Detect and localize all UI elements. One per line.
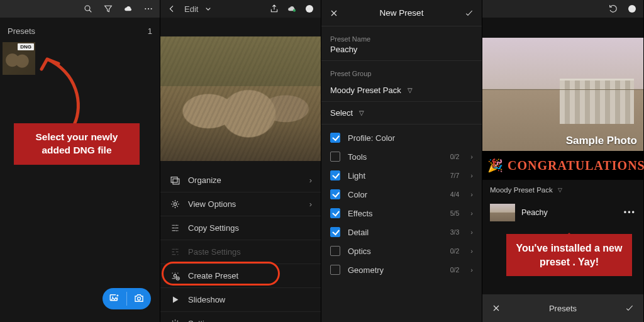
preset-option-geometry[interactable]: Geometry0/2›: [321, 260, 482, 279]
svg-point-0: [85, 6, 90, 11]
chevron-down-icon[interactable]: [203, 4, 213, 14]
menu-item-slideshow[interactable]: Slideshow: [160, 288, 321, 312]
dng-badge: DNG: [18, 43, 34, 50]
checkbox[interactable]: [330, 152, 340, 162]
share-icon[interactable]: [269, 4, 279, 14]
cloud-icon[interactable]: [123, 4, 133, 14]
menu-item-copy-settings[interactable]: Copy Settings: [160, 216, 321, 240]
chevron-right-icon: ›: [470, 153, 473, 160]
svg-point-8: [138, 297, 141, 300]
preset-option-color[interactable]: Color4/4›: [321, 185, 482, 204]
svg-point-3: [148, 8, 149, 9]
preset-option-effects[interactable]: Effects5/5›: [321, 204, 482, 223]
menu-item-view-options[interactable]: View Options›: [160, 192, 321, 216]
svg-point-13: [311, 8, 312, 9]
checkbox[interactable]: [330, 265, 340, 275]
preset-option-profile-color[interactable]: Profile: Color: [321, 128, 482, 147]
menu-item-organize[interactable]: Organize›: [160, 169, 321, 192]
menu-item-create-preset[interactable]: Create Preset: [160, 264, 321, 288]
option-count: 0/2: [450, 153, 460, 160]
preset-item[interactable]: Peachy •••: [482, 200, 643, 225]
filter-icon[interactable]: [103, 4, 113, 14]
preset-thumbnail: [490, 204, 515, 221]
preset-option-detail[interactable]: Detail3/3›: [321, 223, 482, 242]
panel-new-preset: New Preset Preset Name Peachy Preset Gro…: [321, 0, 482, 322]
congrats-text: CONGRATULATIONS: [508, 158, 644, 173]
chevron-right-icon: ›: [470, 209, 473, 217]
checkbox[interactable]: [330, 133, 340, 143]
preset-group-dropdown[interactable]: Moody Preset Pack ▽: [321, 79, 482, 102]
more-icon[interactable]: [143, 4, 153, 14]
panel-library: Presets 1 DNG Select your newly added DN…: [0, 0, 160, 322]
svg-point-9: [293, 9, 296, 12]
select-all-dropdown[interactable]: Select ▽: [321, 102, 482, 125]
option-count: 4/4: [450, 191, 460, 198]
menu-item-paste-settings: Paste Settings: [160, 240, 321, 264]
preset-group-value: Moody Preset Pack: [490, 186, 553, 194]
close-icon[interactable]: [329, 8, 339, 18]
footer-title: Presets: [501, 304, 625, 313]
svg-rect-15: [172, 179, 179, 184]
option-label: Effects: [348, 209, 443, 218]
more-icon[interactable]: [304, 4, 314, 14]
svg-point-4: [151, 8, 152, 9]
svg-point-18: [175, 225, 177, 226]
chevron-right-icon: ›: [470, 266, 473, 274]
callout-select-dng: Select your newly added DNG file: [14, 123, 140, 165]
preset-group-selector[interactable]: Moody Preset Pack ▽: [482, 180, 643, 200]
more-icon[interactable]: [627, 4, 637, 14]
chevron-right-icon: ›: [470, 172, 473, 179]
preset-options-list: Profile: ColorTools0/2›Light7/7›Color4/4…: [321, 125, 482, 283]
preset-name-field[interactable]: Peachy: [321, 45, 482, 61]
preset-group-value: Moody Preset Pack: [330, 86, 401, 95]
checkbox[interactable]: [330, 227, 340, 237]
preset-option-light[interactable]: Light7/7›: [321, 166, 482, 185]
cloud-sync-icon[interactable]: [287, 4, 297, 14]
svg-point-28: [631, 8, 633, 9]
menu-item-label: Slideshow: [188, 295, 225, 304]
svg-point-20: [175, 230, 177, 231]
option-label: Light: [348, 171, 443, 180]
checkbox[interactable]: [330, 170, 340, 180]
preset-option-tools[interactable]: Tools0/2›: [321, 147, 482, 166]
photo-thumbnail[interactable]: DNG: [3, 42, 35, 75]
back-icon[interactable]: [167, 4, 177, 14]
library-toolbar: [0, 0, 160, 18]
overflow-menu: Organize›View Options›Copy SettingsPaste…: [160, 169, 321, 322]
collection-header[interactable]: Presets 1: [0, 18, 160, 42]
confirm-icon[interactable]: [464, 8, 474, 18]
option-count: 7/7: [450, 172, 460, 179]
menu-item-label: Create Preset: [188, 271, 238, 280]
preset-item-more-icon[interactable]: •••: [624, 208, 636, 217]
menu-item-icon: [169, 294, 180, 305]
preset-group-label: Preset Group: [321, 61, 482, 79]
confirm-icon[interactable]: [625, 303, 635, 313]
chevron-right-icon: ›: [309, 175, 312, 185]
menu-item-settings[interactable]: Settings: [160, 312, 321, 322]
new-preset-header: New Preset: [321, 0, 482, 26]
close-icon[interactable]: [491, 303, 501, 313]
add-photo-fab[interactable]: [103, 288, 151, 309]
checkbox[interactable]: [330, 246, 340, 256]
callout-installed: You've installed a new preset . Yay!: [506, 234, 632, 276]
edit-toolbar: Edit: [160, 0, 321, 18]
option-count: 5/5: [450, 209, 460, 217]
new-preset-title: New Preset: [339, 8, 464, 18]
preset-option-optics[interactable]: Optics0/2›: [321, 242, 482, 260]
search-icon[interactable]: [83, 4, 93, 14]
svg-point-11: [307, 8, 308, 9]
applied-toolbar: [482, 0, 643, 18]
svg-point-17: [173, 225, 174, 226]
undo-icon[interactable]: [608, 4, 618, 14]
svg-point-27: [630, 8, 631, 9]
camera-icon: [133, 292, 145, 306]
sample-photo[interactable]: Sample Photo: [482, 38, 643, 151]
option-label: Detail: [348, 228, 443, 237]
congrats-banner: 🎉 CONGRATULATIONS: [482, 151, 643, 180]
checkbox[interactable]: [330, 189, 340, 199]
menu-item-icon: [169, 318, 180, 322]
svg-point-2: [145, 8, 146, 9]
collection-title: Presets: [8, 26, 35, 36]
checkbox[interactable]: [330, 208, 340, 218]
edit-preview-image[interactable]: [160, 36, 321, 161]
